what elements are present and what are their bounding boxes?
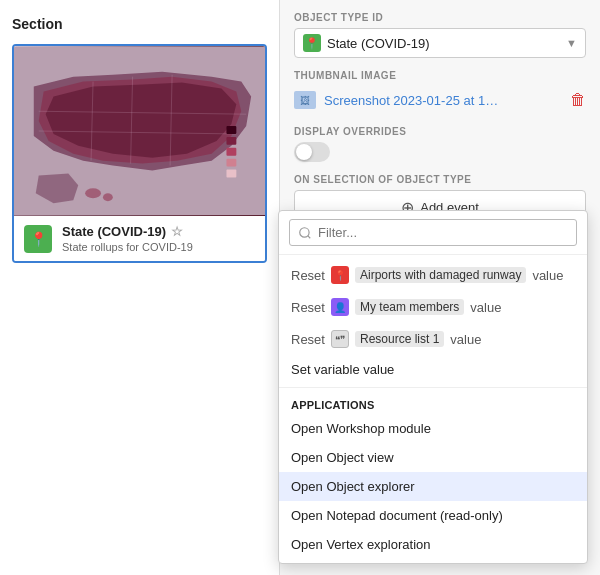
list-item[interactable]: Reset ❝❞ Resource list 1 value [279, 323, 587, 355]
filter-input[interactable] [289, 219, 577, 246]
person-icon: 👤 [331, 298, 349, 316]
display-overrides-toggle[interactable] [294, 142, 330, 162]
list-item[interactable]: Open Vertex exploration [279, 530, 587, 559]
list-value-text: value [450, 332, 481, 347]
svg-rect-8 [226, 148, 236, 156]
map-svg [14, 46, 265, 216]
svg-rect-7 [226, 137, 236, 145]
list-item[interactable]: Reset 👤 My team members value [279, 291, 587, 323]
thumbnail-row: 🖼 Screenshot 2023-01-25 at 1… 🗑 [294, 86, 586, 114]
reset-label-3: Reset [291, 332, 325, 347]
list-item[interactable]: Open Workshop module [279, 414, 587, 443]
airport-icon: 📍 [331, 266, 349, 284]
thumbnail-preview-icon: 🖼 [294, 91, 316, 109]
dropdown-overlay: Reset 📍 Airports with damaged runway val… [278, 210, 588, 564]
display-overrides-toggle-row [294, 142, 586, 162]
map-location-icon: 📍 [24, 225, 52, 253]
object-type-label: OBJECT TYPE ID [294, 12, 586, 23]
map-card: 📍 State (COVID-19) ☆ State rollups for C… [12, 44, 267, 263]
reset-label-2: Reset [291, 300, 325, 315]
airport-chip: Airports with damaged runway [355, 267, 526, 283]
applications-header: APPLICATIONS [279, 391, 587, 414]
select-location-icon: 📍 [303, 34, 321, 52]
on-selection-label: ON SELECTION OF OBJECT TYPE [294, 174, 586, 185]
delete-thumbnail-icon[interactable]: 🗑 [570, 91, 586, 109]
svg-rect-6 [226, 126, 236, 134]
map-text-block: State (COVID-19) ☆ State rollups for COV… [62, 224, 255, 253]
object-type-select[interactable]: 📍 State (COVID-19) ▼ [294, 28, 586, 58]
dropdown-list: Reset 📍 Airports with damaged runway val… [279, 255, 587, 563]
section-title: Section [12, 16, 267, 32]
map-card-title: State (COVID-19) ☆ [62, 224, 255, 239]
set-variable-label: Set variable value [291, 362, 394, 377]
list-item[interactable]: Open Object explorer [279, 472, 587, 501]
chevron-down-icon: ▼ [566, 37, 577, 49]
airport-value-text: value [532, 268, 563, 283]
divider [279, 387, 587, 388]
reset-label-1: Reset [291, 268, 325, 283]
map-info: 📍 State (COVID-19) ☆ State rollups for C… [14, 216, 265, 261]
list-item[interactable]: Open Object view [279, 443, 587, 472]
right-panel: OBJECT TYPE ID 📍 State (COVID-19) ▼ THUM… [280, 0, 600, 575]
list-chip: Resource list 1 [355, 331, 444, 347]
list-item[interactable]: Set variable value [279, 355, 587, 384]
person-value-text: value [470, 300, 501, 315]
list-item[interactable]: Open Notepad document (read-only) [279, 501, 587, 530]
display-overrides-label: DISPLAY OVERRIDES [294, 126, 586, 137]
star-icon[interactable]: ☆ [171, 224, 183, 239]
left-panel: Section [0, 0, 280, 575]
svg-point-11 [85, 188, 101, 198]
filter-input-row [279, 211, 587, 255]
person-chip: My team members [355, 299, 464, 315]
thumbnail-label: THUMBNAIL IMAGE [294, 70, 586, 81]
map-image [14, 46, 265, 216]
list-item[interactable]: Reset 📍 Airports with damaged runway val… [279, 259, 587, 291]
object-type-value: State (COVID-19) [327, 36, 560, 51]
svg-rect-10 [226, 170, 236, 178]
svg-point-12 [103, 193, 113, 201]
thumbnail-filename[interactable]: Screenshot 2023-01-25 at 1… [324, 93, 562, 108]
list-icon: ❝❞ [331, 330, 349, 348]
map-card-subtitle: State rollups for COVID-19 [62, 241, 255, 253]
svg-rect-9 [226, 159, 236, 167]
